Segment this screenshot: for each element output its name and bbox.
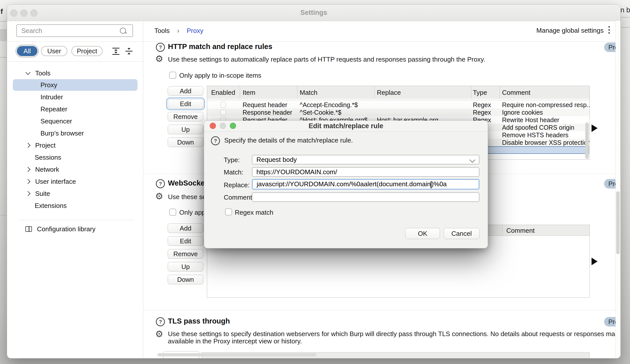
column-header-type[interactable]: Type bbox=[473, 89, 487, 97]
comment-label: Comment: bbox=[224, 194, 254, 201]
gear-icon[interactable]: ⚙ bbox=[155, 192, 163, 201]
cancel-button[interactable]: Cancel bbox=[444, 228, 479, 239]
column-header-item[interactable]: Item bbox=[243, 89, 255, 97]
divider bbox=[143, 310, 615, 310]
sidebar-item-sequencer[interactable]: Sequencer bbox=[40, 115, 72, 127]
remove-button[interactable]: Remove bbox=[168, 112, 203, 121]
expand-panel-arrow-icon[interactable] bbox=[592, 124, 598, 132]
column-header-comment[interactable]: Comment bbox=[502, 89, 530, 97]
replace-input-value: javascript://YOURDOMAIN.com/%0aalert(doc… bbox=[253, 180, 447, 188]
column-header-enabled[interactable]: Enabled bbox=[211, 89, 235, 97]
sidebar-item-extensions[interactable]: Extensions bbox=[35, 200, 67, 211]
table-row[interactable]: Response header ^Set-Cookie.*$ Regex Ign… bbox=[207, 109, 590, 116]
sidebar-item-configuration-library[interactable]: Configuration library bbox=[25, 223, 96, 235]
enabled-checkbox[interactable] bbox=[220, 102, 226, 108]
help-icon[interactable]: ? bbox=[156, 179, 165, 188]
gear-icon[interactable]: ⚙ bbox=[155, 330, 163, 339]
sidebar-item-tools[interactable]: Tools bbox=[26, 67, 51, 79]
background-divider bbox=[0, 21, 7, 22]
horizontal-scrollbar[interactable] bbox=[157, 353, 317, 356]
add-button[interactable]: Add bbox=[168, 86, 203, 96]
regex-match-checkbox[interactable] bbox=[225, 208, 232, 215]
cell-comment: Add spoofed CORS origin bbox=[502, 124, 574, 131]
divider bbox=[7, 61, 143, 62]
chevron-right-icon bbox=[25, 143, 30, 148]
sidebar-item-intruder[interactable]: Intruder bbox=[40, 91, 63, 103]
table-row[interactable] bbox=[207, 99, 590, 101]
cell-comment: Require non-compressed resp... bbox=[502, 101, 590, 109]
regex-match-checkbox-label: Regex match bbox=[235, 209, 273, 216]
sidebar-item-sessions[interactable]: Sessions bbox=[35, 152, 61, 163]
edit-button[interactable]: Edit bbox=[168, 99, 203, 109]
replace-input[interactable]: javascript://YOURDOMAIN.com/%0aalert(doc… bbox=[252, 179, 479, 190]
book-icon bbox=[25, 226, 32, 232]
manage-global-settings-button[interactable]: Manage global settings bbox=[536, 27, 604, 34]
breadcrumb-proxy[interactable]: Proxy bbox=[187, 27, 203, 34]
cell-item: Request header bbox=[243, 101, 287, 109]
search-input[interactable]: Search bbox=[16, 24, 133, 37]
window-title: Settings bbox=[7, 5, 620, 21]
filter-user[interactable]: User bbox=[41, 46, 67, 56]
expand-all-icon[interactable] bbox=[111, 47, 120, 56]
type-dropdown[interactable]: Request body bbox=[252, 155, 479, 164]
match-input[interactable]: https://YOURDOMAIN.com/ bbox=[252, 167, 479, 177]
sidebar-item-burps-browser[interactable]: Burp's browser bbox=[40, 127, 84, 139]
sidebar-item-user-interface[interactable]: User interface bbox=[26, 176, 76, 187]
breadcrumb-tools[interactable]: Tools bbox=[154, 27, 170, 34]
in-scope-checkbox[interactable] bbox=[169, 209, 176, 216]
column-header-comment[interactable]: Comment bbox=[506, 227, 535, 235]
filter-project[interactable]: Project bbox=[71, 46, 103, 56]
column-header-match[interactable]: Match bbox=[300, 89, 318, 97]
edit-button[interactable]: Edit bbox=[168, 236, 203, 246]
sidebar-item-network[interactable]: Network bbox=[26, 164, 59, 175]
section-description-line2: available in the Proxy intercept view or… bbox=[168, 337, 615, 345]
remove-button[interactable]: Remove bbox=[168, 249, 203, 259]
kebab-menu-icon[interactable] bbox=[608, 26, 610, 35]
cell-match: ^Set-Cookie.*$ bbox=[300, 109, 341, 116]
enabled-checkbox[interactable] bbox=[220, 110, 226, 115]
gear-icon[interactable]: ⚙ bbox=[155, 54, 163, 63]
table-row[interactable]: Request header ^Accept-Encoding.*$ Regex… bbox=[207, 101, 590, 109]
help-icon[interactable]: ? bbox=[156, 317, 165, 326]
comment-input[interactable] bbox=[252, 192, 479, 202]
search-placeholder: Search bbox=[17, 27, 120, 35]
sidebar-item-label: Repeater bbox=[40, 105, 67, 113]
sidebar-item-label: Suite bbox=[35, 190, 50, 198]
sidebar-item-repeater[interactable]: Repeater bbox=[40, 103, 67, 115]
match-input-value: https://YOURDOMAIN.com/ bbox=[252, 168, 337, 176]
sidebar-selection-highlight bbox=[13, 79, 138, 91]
search-icon bbox=[120, 28, 126, 34]
replace-label: Replace: bbox=[224, 181, 250, 189]
help-icon[interactable]: ? bbox=[156, 43, 165, 52]
dialog-titlebar: Edit match/replace rule bbox=[204, 121, 488, 131]
help-icon[interactable]: ? bbox=[211, 136, 220, 145]
sidebar-item-suite[interactable]: Suite bbox=[26, 188, 50, 199]
sidebar-item-project[interactable]: Project bbox=[26, 140, 56, 151]
divider bbox=[19, 220, 133, 220]
collapse-all-icon[interactable] bbox=[124, 47, 133, 56]
sidebar-item-label: Proxy bbox=[40, 81, 57, 89]
sidebar-item-label: Burp's browser bbox=[40, 129, 84, 137]
table-scrollbar[interactable] bbox=[585, 122, 589, 159]
in-scope-checkbox[interactable] bbox=[169, 72, 176, 79]
ok-button[interactable]: OK bbox=[405, 228, 440, 239]
down-button[interactable]: Down bbox=[168, 138, 203, 147]
add-button[interactable]: Add bbox=[168, 223, 203, 233]
sidebar-item-proxy[interactable]: Proxy bbox=[40, 79, 57, 91]
sidebar-item-label: Network bbox=[35, 166, 59, 173]
dialog-instruction: Specify the details of the match/replace… bbox=[224, 136, 353, 144]
chevron-right-icon bbox=[25, 179, 30, 184]
background-right-text: n br bbox=[620, 6, 630, 14]
enabled-checkbox[interactable] bbox=[220, 99, 226, 100]
up-button[interactable]: Up bbox=[168, 125, 203, 134]
scrollbar-thumb[interactable] bbox=[616, 191, 620, 254]
background-divider bbox=[620, 27, 630, 28]
background-row bbox=[0, 29, 7, 41]
down-button[interactable]: Down bbox=[168, 275, 203, 284]
type-label: Type: bbox=[224, 156, 240, 164]
filter-all[interactable]: All bbox=[17, 46, 37, 56]
sidebar-item-label: Intruder bbox=[40, 93, 63, 101]
expand-panel-arrow-icon[interactable] bbox=[592, 258, 598, 265]
column-header-replace[interactable]: Replace bbox=[377, 89, 401, 97]
up-button[interactable]: Up bbox=[168, 262, 203, 271]
